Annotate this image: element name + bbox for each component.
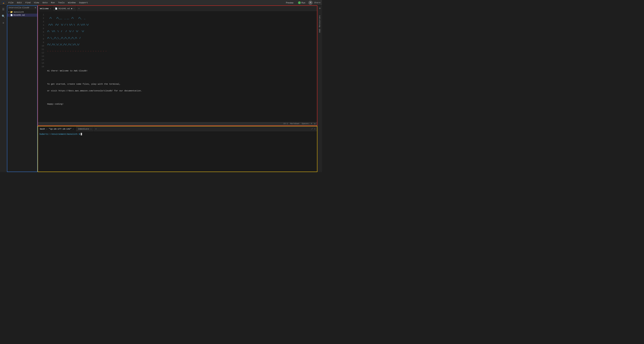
tab-welcome-close[interactable]: ✕ bbox=[50, 8, 51, 10]
editor-line-15 bbox=[47, 109, 317, 112]
terminal-tab-immediate[interactable]: Immediate ✕ bbox=[76, 126, 94, 132]
tab-welcome[interactable]: Welcome ✕ bbox=[38, 6, 53, 12]
tab-readme-icon: 📄 bbox=[55, 8, 57, 10]
menu-file[interactable]: File bbox=[7, 1, 15, 4]
terminal-cursor bbox=[81, 133, 82, 135]
menu-tools[interactable]: Tools bbox=[57, 1, 66, 4]
terminal-tab-bash[interactable]: bash - "ip-10-177-10-142" ✕ bbox=[38, 126, 76, 132]
svg-text:☁: ☁ bbox=[2, 2, 4, 4]
main-layout: ☰ 🔍 ≡ Interstella-Cloud9 ⚙ ▼ 📁 monolith … bbox=[0, 5, 322, 172]
editor-line-5: /\/_/\/_\/_\/_/\/_/\/_\/\_\/ bbox=[47, 43, 317, 46]
tab-readme-close[interactable]: ✕ bbox=[74, 8, 74, 10]
preview-button[interactable]: Preview bbox=[284, 1, 295, 4]
file-tree-panel: Interstella-Cloud9 ⚙ ▼ 📁 monolith 📄 READ… bbox=[7, 5, 38, 172]
file-name: README.md bbox=[14, 14, 25, 16]
editor-line-3: /\ \/\ \ / / \/ / \/ \/ bbox=[47, 30, 317, 33]
editor-tab-bar: Welcome ✕ 📄 README.md ✕ + bbox=[38, 6, 317, 12]
app-logo: ☁ bbox=[2, 1, 5, 5]
tab-welcome-label: Welcome bbox=[40, 8, 49, 10]
editor-line-11: To get started, create some files, play … bbox=[47, 83, 317, 86]
share-label[interactable]: Share bbox=[314, 2, 320, 4]
menubar: ☁ File Edit Find View Goto Run Tools Win… bbox=[0, 0, 322, 5]
language-mode: Markdown bbox=[290, 123, 300, 125]
terminal-prompt: hubertc:~/environment/monolith $ bbox=[40, 133, 316, 135]
sidebar-menu-icon[interactable]: ☰ bbox=[1, 7, 6, 12]
right-sidebar: ⚙ AWS Resources bbox=[318, 5, 322, 172]
editor-text-area[interactable]: /\ /\___ _ __ /\ /\_ _ /\/\ /\/ \/ / \ \… bbox=[46, 12, 317, 122]
terminal-close-icon[interactable]: ✕ bbox=[314, 127, 316, 130]
editor-line-9: Hi there! Welcome to AWS Cloud9! bbox=[47, 69, 317, 73]
editor-line-4: /\ \__/\_\__/\_/\_/\_/\_/\ / bbox=[47, 36, 317, 40]
editor-panel: Welcome ✕ 📄 README.md ✕ + 123456 7891011… bbox=[38, 5, 318, 126]
content-area: Welcome ✕ 📄 README.md ✕ + 123456 7891011… bbox=[38, 5, 318, 172]
tree-folder-monolith[interactable]: ▼ 📁 monolith bbox=[7, 10, 37, 14]
menu-view[interactable]: View bbox=[32, 1, 40, 4]
terminal-add-tab-button[interactable]: + bbox=[94, 127, 98, 130]
menu-window[interactable]: Window bbox=[66, 1, 77, 4]
tab-readme-label: README.md bbox=[58, 8, 70, 10]
terminal-panel: bash - "ip-10-177-10-142" ✕ Immediate ✕ … bbox=[38, 126, 318, 172]
terminal-expand-icon[interactable]: ⤢ bbox=[311, 127, 313, 130]
run-label: Run bbox=[302, 2, 305, 4]
terminal-controls: ⤢ ✕ bbox=[311, 127, 317, 130]
run-indicator bbox=[298, 1, 301, 4]
menu-run[interactable]: Run bbox=[50, 1, 56, 4]
editor-line-13 bbox=[47, 96, 317, 99]
terminal-tab-bash-label: bash - "ip-10-177-10-142" bbox=[40, 128, 72, 130]
menu-goto[interactable]: Goto bbox=[41, 1, 49, 4]
terminal-content[interactable]: hubertc:~/environment/monolith $ bbox=[38, 132, 317, 171]
editor-line-1: /\ /\___ _ __ /\ /\_ _ bbox=[47, 16, 317, 20]
run-button[interactable]: Run bbox=[296, 1, 307, 5]
editor-line-16 bbox=[47, 116, 317, 119]
terminal-tab-bar: bash - "ip-10-177-10-142" ✕ Immediate ✕ … bbox=[38, 126, 317, 132]
menu-find[interactable]: Find bbox=[24, 1, 32, 4]
editor-content[interactable]: 123456 789101112 13141516 /\ /\___ _ __ … bbox=[38, 12, 317, 122]
menu-support[interactable]: Support bbox=[78, 1, 89, 4]
tree-file-readme[interactable]: 📄 README.md bbox=[7, 14, 37, 17]
terminal-tab-immediate-label: Immediate bbox=[78, 128, 89, 130]
settings-icon[interactable]: ⚙ bbox=[314, 123, 316, 125]
editor-line-8 bbox=[47, 63, 317, 66]
tab-modified-indicator bbox=[71, 8, 72, 9]
file-icon: 📄 bbox=[10, 14, 13, 16]
file-tree-content: ▼ 📁 monolith 📄 README.md bbox=[7, 10, 37, 171]
terminal-tab-immediate-close[interactable]: ✕ bbox=[90, 128, 92, 130]
cursor-position: 15:1 bbox=[283, 123, 288, 125]
right-sidebar-settings-icon[interactable]: ⚙ bbox=[319, 7, 320, 10]
folder-icon: 📁 bbox=[10, 11, 13, 13]
editor-line-10 bbox=[47, 76, 317, 79]
aws-resources-label[interactable]: AWS Resources bbox=[319, 15, 321, 33]
add-tab-button[interactable]: + bbox=[77, 7, 81, 10]
tab-readme[interactable]: 📄 README.md ✕ bbox=[53, 6, 76, 12]
sidebar-search-icon[interactable]: 🔍 bbox=[1, 14, 6, 19]
editor-line-12: or visit https://docs.aws.amazon.com/con… bbox=[47, 89, 317, 93]
editor-line-7 bbox=[47, 56, 317, 60]
menu-edit[interactable]: Edit bbox=[15, 1, 24, 4]
folder-name: monolith bbox=[14, 11, 24, 13]
menubar-right: Preview Run H Share bbox=[284, 1, 320, 5]
avatar[interactable]: H bbox=[308, 1, 312, 5]
editor-status-bar: 15:1 Markdown Spaces: 4 ⚙ bbox=[38, 122, 317, 125]
gear-icon[interactable]: ⚙ bbox=[35, 7, 36, 9]
editor-line-2: /\/\ /\/ \/ / \ \/\ \ /\ \//\ \/ bbox=[47, 23, 317, 26]
terminal-tab-bash-close[interactable]: ✕ bbox=[73, 128, 74, 130]
project-name: Interstella-Cloud9 bbox=[8, 7, 29, 9]
prompt-path: hubertc:~/environment/monolith $ bbox=[40, 133, 80, 135]
editor-line-14: Happy coding! bbox=[47, 102, 317, 106]
sidebar-list-icon[interactable]: ≡ bbox=[1, 21, 6, 25]
line-numbers: 123456 789101112 13141516 bbox=[38, 12, 46, 122]
editor-line-6: - - - - - - - - - - - - - - - - - - - - … bbox=[47, 49, 317, 53]
chevron-down-icon: ▼ bbox=[8, 11, 10, 13]
spaces-setting: Spaces: 4 bbox=[302, 123, 312, 125]
file-tree-header: Interstella-Cloud9 ⚙ bbox=[7, 6, 37, 10]
sidebar-icons: ☰ 🔍 ≡ bbox=[0, 5, 7, 172]
